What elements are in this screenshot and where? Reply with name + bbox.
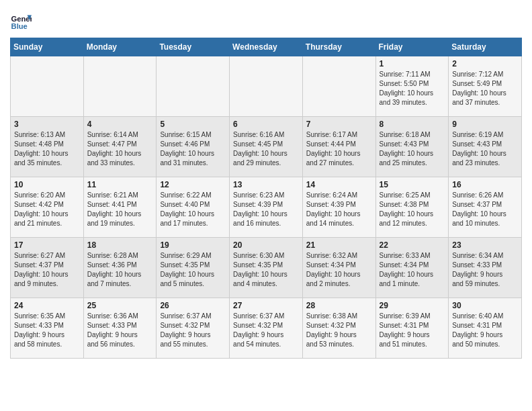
weekday-header: Tuesday [157, 38, 230, 56]
day-info: Sunrise: 6:28 AM Sunset: 4:36 PM Dayligh… [87, 251, 153, 289]
svg-text:Blue: Blue [11, 22, 28, 30]
logo: General Blue [10, 11, 34, 32]
day-info: Sunrise: 6:14 AM Sunset: 4:47 PM Dayligh… [87, 130, 153, 168]
calendar-cell: 3Sunrise: 6:13 AM Sunset: 4:48 PM Daylig… [11, 117, 84, 177]
day-number: 23 [452, 240, 518, 250]
day-number: 4 [87, 120, 153, 129]
day-number: 22 [380, 240, 445, 250]
calendar-cell: 7Sunrise: 6:17 AM Sunset: 4:44 PM Daylig… [302, 117, 375, 177]
weekday-header: Thursday [302, 38, 375, 56]
weekday-header: Wednesday [230, 38, 303, 56]
day-number: 29 [380, 301, 445, 310]
weekday-header: Friday [375, 38, 449, 56]
day-number: 30 [452, 301, 518, 310]
calendar-cell: 18Sunrise: 6:28 AM Sunset: 4:36 PM Dayli… [83, 238, 157, 298]
day-info: Sunrise: 6:13 AM Sunset: 4:48 PM Dayligh… [14, 130, 80, 168]
calendar-cell: 17Sunrise: 6:27 AM Sunset: 4:37 PM Dayli… [11, 238, 84, 298]
day-info: Sunrise: 6:37 AM Sunset: 4:32 PM Dayligh… [160, 312, 226, 349]
day-number: 1 [380, 59, 445, 68]
day-number: 15 [380, 180, 445, 189]
calendar-cell: 9Sunrise: 6:19 AM Sunset: 4:43 PM Daylig… [449, 117, 522, 177]
weekday-header: Monday [83, 38, 157, 56]
day-number: 21 [306, 240, 372, 250]
calendar-cell: 13Sunrise: 6:23 AM Sunset: 4:39 PM Dayli… [230, 177, 303, 238]
calendar-week: 17Sunrise: 6:27 AM Sunset: 4:37 PM Dayli… [11, 238, 522, 298]
day-number: 8 [380, 120, 445, 129]
calendar-cell: 30Sunrise: 6:40 AM Sunset: 4:31 PM Dayli… [449, 298, 522, 359]
weekday-header: Sunday [11, 38, 84, 56]
day-number: 7 [306, 120, 372, 129]
day-info: Sunrise: 6:16 AM Sunset: 4:45 PM Dayligh… [233, 130, 299, 168]
day-number: 28 [306, 301, 372, 310]
calendar-cell: 1Sunrise: 7:11 AM Sunset: 5:50 PM Daylig… [375, 56, 449, 117]
day-info: Sunrise: 6:26 AM Sunset: 4:37 PM Dayligh… [452, 191, 518, 228]
calendar-header: SundayMondayTuesdayWednesdayThursdayFrid… [11, 38, 522, 56]
day-info: Sunrise: 6:20 AM Sunset: 4:42 PM Dayligh… [14, 191, 80, 228]
day-number: 14 [306, 180, 372, 189]
day-info: Sunrise: 6:19 AM Sunset: 4:43 PM Dayligh… [452, 130, 518, 168]
day-info: Sunrise: 6:27 AM Sunset: 4:37 PM Dayligh… [14, 251, 80, 289]
day-number: 17 [14, 240, 80, 250]
day-info: Sunrise: 6:22 AM Sunset: 4:40 PM Dayligh… [160, 191, 226, 228]
day-number: 6 [233, 120, 299, 129]
calendar-cell: 10Sunrise: 6:20 AM Sunset: 4:42 PM Dayli… [11, 177, 84, 238]
calendar-table: SundayMondayTuesdayWednesdayThursdayFrid… [10, 38, 522, 359]
calendar-cell: 19Sunrise: 6:29 AM Sunset: 4:35 PM Dayli… [157, 238, 230, 298]
calendar-cell: 8Sunrise: 6:18 AM Sunset: 4:43 PM Daylig… [375, 117, 449, 177]
day-number: 18 [87, 240, 153, 250]
day-info: Sunrise: 6:33 AM Sunset: 4:34 PM Dayligh… [380, 251, 445, 289]
calendar-cell: 6Sunrise: 6:16 AM Sunset: 4:45 PM Daylig… [230, 117, 303, 177]
calendar-cell: 28Sunrise: 6:38 AM Sunset: 4:32 PM Dayli… [302, 298, 375, 359]
day-number: 24 [14, 301, 80, 310]
calendar-cell: 16Sunrise: 6:26 AM Sunset: 4:37 PM Dayli… [449, 177, 522, 238]
day-info: Sunrise: 6:37 AM Sunset: 4:32 PM Dayligh… [233, 312, 299, 349]
day-info: Sunrise: 6:35 AM Sunset: 4:33 PM Dayligh… [14, 312, 80, 349]
day-number: 5 [160, 120, 226, 129]
calendar-cell [230, 56, 303, 117]
day-info: Sunrise: 6:39 AM Sunset: 4:31 PM Dayligh… [380, 312, 445, 349]
day-number: 26 [160, 301, 226, 310]
day-info: Sunrise: 6:32 AM Sunset: 4:34 PM Dayligh… [306, 251, 372, 289]
day-info: Sunrise: 6:24 AM Sunset: 4:39 PM Dayligh… [306, 191, 372, 228]
day-info: Sunrise: 6:15 AM Sunset: 4:46 PM Dayligh… [160, 130, 226, 168]
day-number: 13 [233, 180, 299, 189]
weekday-header: Saturday [449, 38, 522, 56]
day-info: Sunrise: 6:40 AM Sunset: 4:31 PM Dayligh… [452, 312, 518, 349]
calendar-cell: 23Sunrise: 6:34 AM Sunset: 4:33 PM Dayli… [449, 238, 522, 298]
day-info: Sunrise: 6:36 AM Sunset: 4:33 PM Dayligh… [87, 312, 153, 349]
day-info: Sunrise: 6:34 AM Sunset: 4:33 PM Dayligh… [452, 251, 518, 289]
day-info: Sunrise: 6:18 AM Sunset: 4:43 PM Dayligh… [380, 130, 445, 168]
day-number: 12 [160, 180, 226, 189]
calendar-cell: 12Sunrise: 6:22 AM Sunset: 4:40 PM Dayli… [157, 177, 230, 238]
day-number: 2 [452, 59, 518, 68]
calendar-cell: 11Sunrise: 6:21 AM Sunset: 4:41 PM Dayli… [83, 177, 157, 238]
day-number: 9 [452, 120, 518, 129]
day-number: 11 [87, 180, 153, 189]
day-info: Sunrise: 6:30 AM Sunset: 4:35 PM Dayligh… [233, 251, 299, 289]
day-number: 20 [233, 240, 299, 250]
day-info: Sunrise: 7:11 AM Sunset: 5:50 PM Dayligh… [380, 70, 445, 107]
calendar-cell: 5Sunrise: 6:15 AM Sunset: 4:46 PM Daylig… [157, 117, 230, 177]
day-info: Sunrise: 6:21 AM Sunset: 4:41 PM Dayligh… [87, 191, 153, 228]
calendar-cell: 26Sunrise: 6:37 AM Sunset: 4:32 PM Dayli… [157, 298, 230, 359]
day-number: 19 [160, 240, 226, 250]
calendar-week: 1Sunrise: 7:11 AM Sunset: 5:50 PM Daylig… [11, 56, 522, 117]
calendar-cell: 2Sunrise: 7:12 AM Sunset: 5:49 PM Daylig… [449, 56, 522, 117]
day-info: Sunrise: 6:29 AM Sunset: 4:35 PM Dayligh… [160, 251, 226, 289]
calendar-cell: 4Sunrise: 6:14 AM Sunset: 4:47 PM Daylig… [83, 117, 157, 177]
calendar-cell: 29Sunrise: 6:39 AM Sunset: 4:31 PM Dayli… [375, 298, 449, 359]
day-number: 25 [87, 301, 153, 310]
day-number: 27 [233, 301, 299, 310]
day-info: Sunrise: 6:23 AM Sunset: 4:39 PM Dayligh… [233, 191, 299, 228]
day-number: 10 [14, 180, 80, 189]
calendar-cell: 15Sunrise: 6:25 AM Sunset: 4:38 PM Dayli… [375, 177, 449, 238]
day-number: 16 [452, 180, 518, 189]
calendar-cell: 27Sunrise: 6:37 AM Sunset: 4:32 PM Dayli… [230, 298, 303, 359]
calendar-cell [157, 56, 230, 117]
day-info: Sunrise: 7:12 AM Sunset: 5:49 PM Dayligh… [452, 70, 518, 107]
day-number: 3 [14, 120, 80, 129]
calendar-cell: 14Sunrise: 6:24 AM Sunset: 4:39 PM Dayli… [302, 177, 375, 238]
calendar-cell [11, 56, 84, 117]
calendar-cell [83, 56, 157, 117]
calendar-week: 24Sunrise: 6:35 AM Sunset: 4:33 PM Dayli… [11, 298, 522, 359]
